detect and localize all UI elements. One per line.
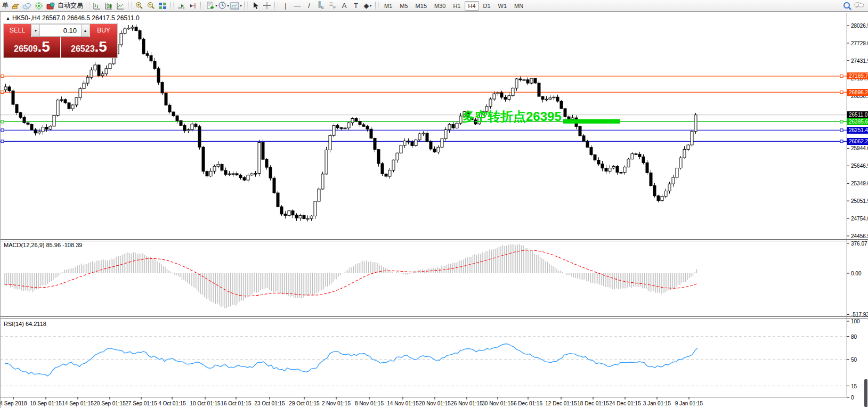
signal-icon[interactable] <box>34 1 44 11</box>
dropdown-caret[interactable]: ▾ <box>215 3 217 8</box>
date-tick-label: 29 Oct 01:15 <box>289 401 319 406</box>
sell-button[interactable]: SELL <box>4 24 31 37</box>
collapse-marker-icon[interactable]: ▲ <box>6 16 10 21</box>
dropdown-caret[interactable]: ▾ <box>240 3 242 8</box>
toolbar-separator <box>244 2 248 10</box>
timeframe-m30-button[interactable]: M30 <box>431 1 449 11</box>
fibonacci-tool-icon[interactable]: ≡F <box>327 1 338 11</box>
hline-price-label: 26062.2 <box>847 138 868 145</box>
one-click-trading-panel: SELL ▼ ▲ BUY 26509.5 26523.5 <box>3 23 118 58</box>
toolbar-separator <box>375 2 379 10</box>
axis-tick-label: 24456.5 <box>851 233 868 239</box>
chart-annotation-text[interactable]: 多空转折点26395 <box>462 108 562 125</box>
hline-price-label: 26395.6 <box>847 118 868 125</box>
toolbar-separator <box>86 2 90 10</box>
search-icon[interactable] <box>842 1 853 11</box>
autotrade-label[interactable]: 自动交易 <box>58 1 83 10</box>
tile-windows-icon[interactable] <box>157 1 168 11</box>
line-chart-type-icon[interactable] <box>115 1 126 11</box>
axis-tick-label: 25051.5 <box>851 198 868 204</box>
date-tick-label: 4 Sep 2018 <box>0 401 27 406</box>
timeframe-h4-button[interactable]: H4 <box>465 1 478 11</box>
autotrade-icon[interactable] <box>45 1 56 11</box>
volume-decrement-button[interactable]: ▼ <box>31 24 40 37</box>
add-indicator-icon[interactable]: ▾ <box>206 1 217 11</box>
cloud-icon[interactable] <box>22 1 33 11</box>
timeframe-m15-button[interactable]: M15 <box>412 1 430 11</box>
text-tool-icon[interactable]: A <box>339 1 350 11</box>
axis-tick-label: 25944.0 <box>851 145 868 151</box>
toolbar: 单 自动交易 ▾ ▾ ▾ |—/∥E≡FAT◆▾ M1M5M15M30H1H4D… <box>0 0 868 12</box>
hline-price-label: 27169.7 <box>847 72 868 79</box>
timeframe-d1-button[interactable]: D1 <box>480 1 494 11</box>
axis-tick-label: -517.93 <box>851 312 868 317</box>
buy-price[interactable]: 26523.5 <box>61 37 117 58</box>
axis-tick-label: 0.00 <box>851 271 861 276</box>
new-order-label[interactable]: 单 <box>2 1 9 10</box>
crosshair-icon[interactable] <box>262 1 272 11</box>
axis-tick-label: 25646.5 <box>851 163 868 169</box>
templates-icon[interactable]: ▾ <box>230 1 242 11</box>
sell-price[interactable]: 26509.5 <box>4 37 60 58</box>
date-tick-label: 30 Nov 01:15 <box>482 401 514 406</box>
date-tick-label: 3 Jan 01:15 <box>643 401 671 406</box>
timeframe-group: M1M5M15M30H1H4D1W1MN <box>380 1 527 11</box>
axis-tick-label: 27729.0 <box>851 40 868 46</box>
date-tick-label: 4 Oct 01:15 <box>158 401 186 406</box>
pane-separator[interactable] <box>1 319 868 319</box>
gold-bars-icon[interactable] <box>10 1 21 11</box>
axis-tick-label: 25349.0 <box>851 181 868 186</box>
pane-separator[interactable] <box>1 316 868 317</box>
volume-group: ▼ ▲ <box>31 24 90 37</box>
buy-price-main: 26523 <box>71 44 95 54</box>
autoscroll-icon[interactable] <box>176 1 186 11</box>
equidistant-channel-tool-icon[interactable]: ∥E <box>315 1 326 11</box>
chart-canvas[interactable] <box>1 12 868 408</box>
scrollbar-thumb[interactable] <box>864 379 867 407</box>
pane-separator[interactable] <box>1 241 868 241</box>
axis-tick-label: 27431.5 <box>851 58 868 64</box>
date-tick-label: 27 Sep 01:15 <box>125 401 157 406</box>
timeframe-h1-button[interactable]: H1 <box>450 1 464 11</box>
date-tick-label: 14 Nov 01:15 <box>387 401 419 406</box>
timeframe-mn-button[interactable]: MN <box>511 1 526 11</box>
macd-label: MACD(12,26,9) 85.96 -108.39 <box>4 242 82 248</box>
date-tick-label: 2 Nov 01:15 <box>322 401 351 406</box>
chart-shift-icon[interactable] <box>188 1 198 11</box>
pane-separator[interactable] <box>1 239 868 240</box>
volume-input[interactable] <box>40 24 81 37</box>
bar-chart-type-icon[interactable] <box>92 1 102 11</box>
buy-button[interactable]: BUY <box>90 24 117 37</box>
date-tick-label: 12 Dec 01:15 <box>545 401 577 406</box>
chart-window: ▲HK50-,H4 26567.0 26646.5 26417.5 26511.… <box>0 12 868 408</box>
cursor-icon[interactable] <box>250 1 261 11</box>
date-tick-label: 18 Dec 01:15 <box>577 401 609 406</box>
toolbar-separator <box>274 2 278 10</box>
timeframe-w1-button[interactable]: W1 <box>495 1 510 11</box>
trendline-tool-icon[interactable]: / <box>304 1 314 11</box>
hline-price-label: 26896.2 <box>847 89 868 96</box>
date-tick-label: 9 Jan 01:15 <box>675 401 703 406</box>
vertical-line-tool-icon[interactable]: | <box>280 1 291 11</box>
dropdown-caret[interactable]: ▾ <box>227 3 229 8</box>
axis-tick-label: 100 <box>851 319 860 324</box>
axis-tick-label: 0 <box>851 395 854 401</box>
timeframe-m5-button[interactable]: M5 <box>396 1 411 11</box>
text-label-tool-icon[interactable]: T <box>351 1 361 11</box>
candlestick-chart-type-icon[interactable] <box>103 1 114 11</box>
shapes-tool-icon[interactable]: ◆▾ <box>362 1 373 11</box>
axis-tick-label: 50 <box>851 357 857 363</box>
chat-icon[interactable] <box>854 1 864 11</box>
last-price-label: 26511.0 <box>847 111 868 118</box>
highlight-trendline[interactable] <box>563 119 620 124</box>
date-tick-label: 20 Nov 01:15 <box>419 401 451 406</box>
drawing-tools-group: |—/∥E≡FAT◆▾ <box>280 1 374 11</box>
horizontal-line-tool-icon[interactable]: — <box>292 1 303 11</box>
volume-increment-button[interactable]: ▲ <box>81 24 90 37</box>
date-tick-label: 20 Sep 01:15 <box>94 401 126 406</box>
zoom-out-icon[interactable] <box>145 1 156 11</box>
zoom-in-icon[interactable] <box>134 1 144 11</box>
periods-icon[interactable]: ▾ <box>218 1 229 11</box>
axis-tick-label: 24754.0 <box>851 216 868 222</box>
timeframe-m1-button[interactable]: M1 <box>381 1 395 11</box>
